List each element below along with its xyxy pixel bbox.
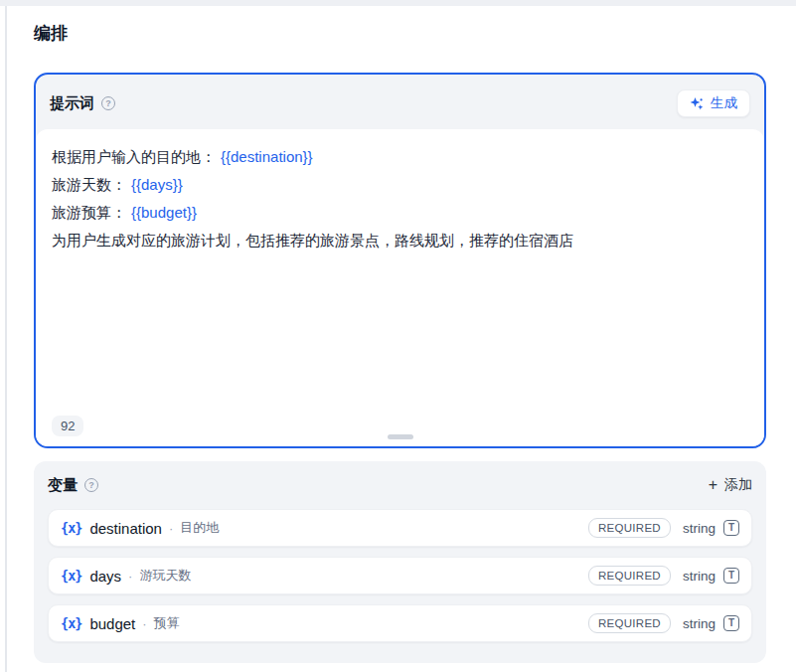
string-type-icon: T	[723, 568, 739, 584]
panel-left-divider	[5, 6, 7, 672]
variable-row-days[interactable]: {x} days · 游玩天数 REQUIRED string T	[48, 557, 752, 594]
prompt-line: 根据用户输入的目的地：{{destination}}	[52, 143, 748, 171]
prompt-title: 提示词	[50, 94, 94, 113]
prompt-text: 旅游天数：	[52, 176, 126, 193]
variable-name: destination	[89, 520, 162, 537]
generate-button-label: 生成	[711, 94, 737, 112]
page-title: 编排	[34, 22, 766, 46]
variable-label: 游玩天数	[139, 567, 191, 585]
variable-label: 目的地	[180, 519, 219, 537]
required-badge: REQUIRED	[588, 518, 671, 538]
prompt-line: 为用户生成对应的旅游计划，包括推荐的旅游景点，路线规划，推荐的住宿酒店	[52, 227, 748, 254]
variable-row-destination[interactable]: {x} destination · 目的地 REQUIRED string T	[48, 509, 752, 547]
variable-name: days	[89, 568, 121, 585]
generate-button[interactable]: 生成	[677, 89, 750, 117]
variable-row-budget[interactable]: {x} budget · 预算 REQUIRED string T	[48, 604, 752, 642]
prompt-variable-token: {{days}}	[131, 176, 183, 193]
dot-separator: ·	[169, 521, 173, 536]
string-type-icon: T	[723, 520, 739, 536]
variables-title: 变量	[48, 476, 78, 495]
dot-separator: ·	[128, 569, 132, 584]
dot-separator: ·	[142, 616, 146, 631]
prompt-text: 为用户生成对应的旅游计划，包括推荐的旅游景点，路线规划，推荐的住宿酒店	[52, 232, 573, 249]
sparkles-icon	[690, 96, 705, 111]
add-variable-label: 添加	[724, 476, 752, 494]
window-top-edge	[0, 0, 796, 6]
prompt-line: 旅游天数：{{days}}	[52, 171, 748, 199]
variable-icon: {x}	[61, 520, 81, 536]
variables-header: 变量 ? + 添加	[48, 474, 752, 496]
orchestration-panel: 编排 提示词 ? 生成	[34, 22, 766, 663]
variable-type: string	[683, 521, 716, 536]
add-variable-button[interactable]: + 添加	[709, 476, 752, 494]
prompt-text: 根据用户输入的目的地：	[52, 148, 216, 165]
plus-icon: +	[709, 477, 717, 493]
resize-drag-handle[interactable]	[388, 434, 413, 439]
help-icon[interactable]: ?	[84, 478, 98, 492]
variable-type: string	[683, 569, 716, 584]
prompt-variable-token: {{budget}}	[131, 204, 197, 221]
required-badge: REQUIRED	[588, 613, 671, 633]
variable-label: 预算	[154, 614, 180, 632]
variable-icon: {x}	[61, 568, 81, 584]
required-badge: REQUIRED	[588, 566, 671, 586]
prompt-text: 旅游预算：	[52, 204, 126, 221]
char-count-badge: 92	[52, 416, 83, 436]
variable-name: budget	[89, 615, 135, 632]
prompt-header: 提示词 ? 生成	[36, 75, 764, 129]
variable-type: string	[683, 616, 716, 631]
variable-icon: {x}	[61, 615, 81, 631]
prompt-textarea[interactable]: 根据用户输入的目的地：{{destination}} 旅游天数：{{days}}…	[36, 129, 764, 446]
page: 编排 提示词 ? 生成	[0, 0, 796, 672]
string-type-icon: T	[723, 615, 739, 631]
prompt-line: 旅游预算：{{budget}}	[52, 199, 748, 227]
variables-panel: 变量 ? + 添加 {x} destination · 目的地 REQUIRED…	[34, 461, 766, 663]
prompt-variable-token: {{destination}}	[221, 148, 313, 165]
help-icon[interactable]: ?	[101, 96, 115, 110]
prompt-editor-card: 提示词 ? 生成 根据用户输入的目的地：{{destina	[34, 73, 766, 448]
